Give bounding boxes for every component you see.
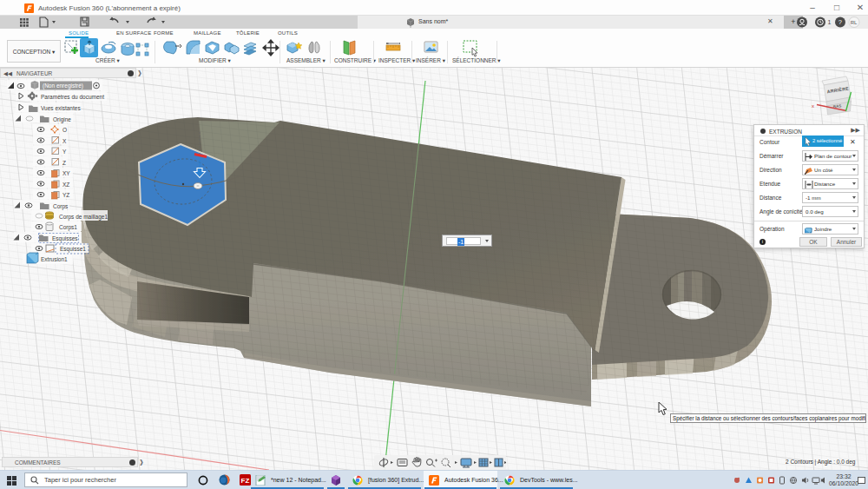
svg-text:1: 1 xyxy=(828,19,832,25)
svg-text:FZ: FZ xyxy=(241,477,250,485)
svg-text:RL: RL xyxy=(851,20,858,25)
svg-text:?: ? xyxy=(838,18,842,26)
